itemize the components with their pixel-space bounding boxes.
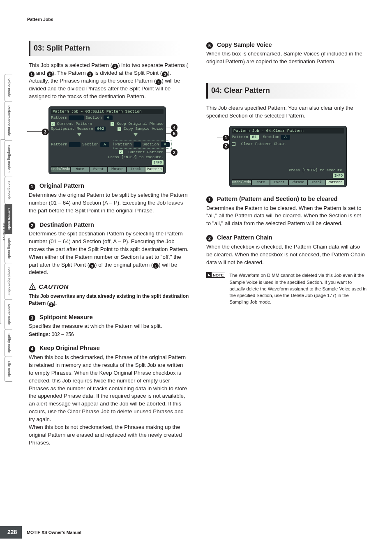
split-h2: 2 Destination Pattern [29,221,189,229]
clear-h1-body: Determines the Pattern to be cleared. Wh… [206,205,367,228]
callout-1-icon: 1 [156,79,161,85]
scr-tabs: Undo/Redo Note Event Phrase Track Patter… [232,179,344,185]
side-tab-sampling1: Sampling mode 1 [5,140,12,177]
clear-title: 04: Clear Pattern [206,83,367,99]
text: ) into two separate Patterns ( [118,62,188,68]
scr-dest2-pattern-label: Pattern [115,143,132,147]
breadcrumb: Pattern Jobs [27,16,367,23]
note-badge: ◣ NOTE [206,272,225,278]
scr-dest2-cur: Current Pattern [128,150,164,154]
arrow-down-icon [77,133,81,136]
split-h2-title: Destination Pattern [39,221,94,228]
split-h1-title: Original Pattern [39,182,84,189]
scr-info-label: INFO [152,160,164,165]
scr-tab: Undo/Redo [232,180,251,185]
callout-3-icon: 3 [42,129,48,135]
scr-tab: Pattern [326,180,344,185]
page-number: 228 [0,526,22,539]
scr-tab: Event [89,166,108,172]
split-h3-body: Specifies the measure at which the Patte… [29,322,189,330]
split-screenshot: Pattern Job - 03:Split Pattern Section P… [48,106,166,175]
manual-name: MOTIF XS Owner's Manual [27,530,81,536]
caution-text: This Job overwrites any data already exi… [29,293,189,307]
clear-figure: 1 2 Pattern Job - 04:Clear Pattern Patte… [229,126,347,188]
caution-word: CAUTION [39,282,69,291]
scr-press: Press [ENTER] to execute. [232,169,344,173]
split-h5: 5 Copy Sample Voice [206,41,367,49]
callout-1-icon: 1 [206,196,213,203]
settings-value: 002 – 256 [52,332,74,337]
scr-title: Pattern Job - 04:Clear Pattern [232,128,344,134]
callout-3-icon: 3 [162,71,168,77]
text: and [35,70,47,76]
split-h1: 1 Original Pattern [29,182,189,190]
left-column: 03: Split Pattern This Job splits a sele… [29,41,189,539]
scr-tabs: Undo/Redo Note Event Phrase Track Patter… [51,166,164,172]
callout-2: 2 [217,143,229,150]
callout-3: 3 [36,129,48,135]
side-tab-utility: Utility mode [5,329,12,357]
scr-tab: Note [71,166,89,172]
scr-splitpoint-val: 002 [95,127,106,131]
split-h3-title: Splitpoint Measure [39,314,93,320]
callout-2: 2 [166,149,178,156]
callout-1: 1 [217,135,229,141]
field [69,142,81,147]
checkbox-icon [232,142,235,146]
split-figure: 1 3 4 5 2 Pattern Job - 03:Split Pattern… [48,106,166,175]
scr-tab: Undo/Redo [51,166,71,172]
callout-2-icon: 2 [171,149,178,156]
callout-5-icon: 5 [171,130,178,137]
scr-tab: Phrase [288,180,307,185]
text: ). The Pattern [53,70,88,76]
scr-splitpoint-label: Splitpoint Measure [51,127,93,131]
scr-press: Press [ENTER] to execute. [51,156,164,159]
scr-dest2-section-label: Section [143,143,159,147]
clear-h1-title: Pattern (Pattern and Section) to be clea… [217,196,337,202]
scr-keep: Keep Original Phrase [117,122,164,126]
split-h1-body: Determines the original Pattern to be sp… [29,191,189,215]
callout-2-icon: 2 [223,143,229,150]
warning-icon [29,283,36,290]
scr-tab: Note [251,180,270,185]
scr-copy: Copy Sample Voice [124,127,164,131]
callout-2-icon: 2 [47,71,53,77]
callout-1-icon: 1 [29,184,35,190]
text: This Job splits a selected Pattern ( [29,62,112,68]
split-h4-title: Keep Original Phrase [39,345,100,351]
scr-tab: Pattern [145,166,164,172]
scr-pattern-field [69,115,84,120]
scr-dest-pattern-label: Pattern [51,143,67,147]
callout-5: 5 [166,130,178,137]
scr-tab: Track [307,180,326,185]
callout-5-icon: 5 [206,42,213,49]
side-tab-master: Master mode [5,299,12,329]
scr-tab: Track [127,166,145,172]
callout-1-icon: 1 [223,135,229,141]
scr-section-field: A [104,115,113,120]
checkbox-icon: ✓ [119,150,123,154]
checkbox-icon: ✓ [118,127,121,131]
scr-section-label: Section [85,116,102,120]
side-tab-file: File mode [5,357,12,381]
split-h5-body: When this box is checkmarked, Sample Voi… [206,50,367,66]
callout-3-icon: 3 [89,263,95,269]
note-icon: ◣ [207,272,212,277]
scr-dest-section-label: Section [82,143,99,147]
split-h3-settings: Settings: 002 – 256 [29,331,189,338]
scr-pattern-val: 01 [250,135,259,140]
caution-heading: CAUTION [29,282,189,291]
note: ◣ NOTE The Waveform on DIMM cannot be de… [206,272,367,305]
clear-h2: 2 Clear Pattern Chain [206,233,367,242]
side-tab-mixing: Mixing mode [5,234,12,263]
scr-chain-label: Clear Pattern Chain [241,142,286,146]
text: ). [54,300,57,306]
note-text: The Waveform on DIMM cannot be deleted v… [229,272,367,305]
split-intro: This Job splits a selected Pattern (1) i… [29,62,189,100]
side-tabs: Voice mode Performance mode Sampling mod… [5,74,12,381]
callout-2-icon: 2 [206,235,213,242]
scr-tab: Event [270,180,288,185]
side-tab-voice: Voice mode [5,74,12,101]
split-h2-body: Determines the split destination Pattern… [29,230,189,276]
arrow-down-icon [134,133,138,136]
